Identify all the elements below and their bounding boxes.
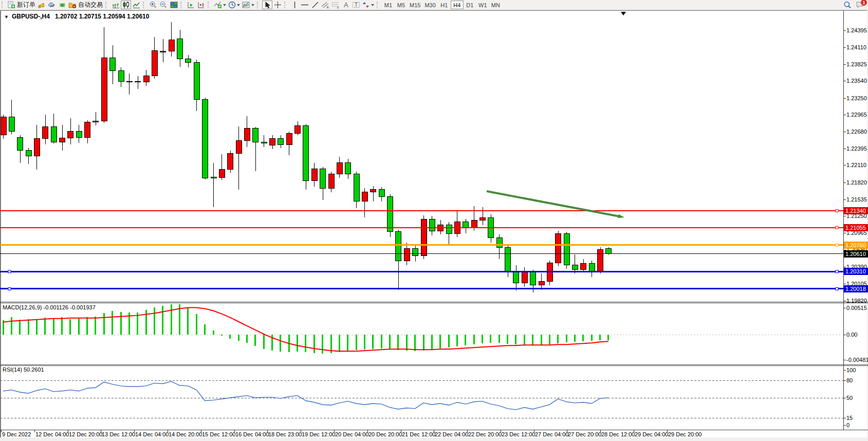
bear-candle: [606, 249, 612, 254]
price-axis-label: 1.24395: [846, 27, 867, 33]
zoom-in-button[interactable]: [148, 1, 158, 9]
indicator-axis-label: 15: [846, 415, 853, 421]
macd-histogram-bar: [490, 335, 491, 343]
chart-title: ▼GBPUSD-,H41.20702 1.20715 1.20594 1.206…: [4, 13, 149, 20]
line-handle[interactable]: [836, 270, 838, 273]
price-axis-label: 1.22110: [846, 162, 866, 168]
bar-chart-button[interactable]: [110, 1, 121, 9]
bull-candle: [126, 81, 132, 82]
time-axis-label: 21 Dec 12:00: [402, 431, 435, 437]
signals-button[interactable]: [57, 1, 67, 9]
new-order-label: 新订单: [17, 1, 35, 9]
macd-histogram-bar: [19, 320, 21, 335]
bear-candle: [51, 127, 57, 142]
indicator-axis-label: 0.00: [846, 332, 857, 338]
equidistant-channel-button[interactable]: E: [320, 1, 330, 9]
line-chart-icon: [133, 1, 140, 9]
time-axis-label: 15 Dec 12:00: [202, 431, 235, 437]
macd-histogram-bar: [599, 335, 601, 340]
add-indicator-button[interactable]: [213, 1, 227, 9]
toolbar-grip: [284, 2, 287, 8]
trendline-button[interactable]: [310, 1, 320, 9]
macd-histogram-bar: [549, 335, 550, 344]
bear-candle: [26, 151, 31, 156]
chart-shift-marker[interactable]: [621, 12, 626, 15]
line-handle[interactable]: [836, 210, 838, 212]
notifications-button[interactable]: 1: [855, 1, 865, 9]
text-button[interactable]: A: [341, 1, 351, 9]
time-axis-label: 16 Dec 04:00: [235, 431, 269, 437]
cursor-button[interactable]: [262, 1, 272, 9]
vertical-line-button[interactable]: [289, 1, 300, 9]
candlestick-chart-button[interactable]: [121, 1, 131, 9]
macd-histogram-bar: [254, 335, 256, 346]
crosshair-button[interactable]: [272, 1, 283, 9]
timeframe-m1-button[interactable]: M1: [382, 1, 395, 9]
channel-icon: E: [321, 1, 329, 9]
megaphone-button[interactable]: [36, 1, 47, 9]
templates-button[interactable]: [241, 1, 255, 9]
timeframe-h4-button[interactable]: H4: [451, 1, 464, 9]
timeframe-m30-button[interactable]: M30: [422, 1, 437, 9]
line-handle[interactable]: [836, 287, 838, 290]
line-handle[interactable]: [8, 287, 11, 290]
time-axis-label: 28 Dec 12:00: [601, 431, 635, 437]
timeframe-w1-button[interactable]: W1: [476, 1, 489, 9]
trend-arrow[interactable]: [487, 191, 619, 216]
time-axis-label: 18 Dec 23:00: [268, 431, 302, 437]
macd-histogram-bar: [356, 335, 357, 350]
indicator-axis-label: 50: [846, 395, 853, 401]
bear-candle: [379, 190, 384, 197]
line-handle[interactable]: [836, 226, 838, 229]
auto-scroll-button[interactable]: [186, 1, 196, 9]
line-chart-button[interactable]: [131, 1, 141, 9]
macd-histogram-bar: [145, 310, 147, 335]
collapse-panel-icon[interactable]: ▼: [4, 14, 9, 20]
bear-candle: [17, 137, 23, 150]
bull-candle: [160, 51, 166, 52]
periods-button[interactable]: [227, 1, 241, 9]
macd-histogram-bar: [431, 335, 433, 350]
autotrading-button[interactable]: 自动交易: [67, 1, 104, 9]
timeframe-d1-button[interactable]: D1: [464, 1, 476, 9]
bull-candle: [34, 139, 40, 156]
time-axis-label: 14 Dec 04:00: [135, 431, 169, 437]
horizontal-line-button[interactable]: [300, 1, 310, 9]
line-handle[interactable]: [8, 270, 11, 273]
chart-shift-button[interactable]: [196, 1, 206, 9]
indicator-axis-label: 80: [846, 377, 853, 383]
macd-histogram-bar: [11, 317, 12, 335]
toolbar-grip: [2, 2, 5, 8]
bull-candle: [60, 138, 65, 142]
bear-candle: [177, 39, 183, 59]
fibonacci-button[interactable]: F: [330, 1, 341, 9]
macd-histogram-bar: [204, 324, 206, 335]
timeframe-mn-button[interactable]: MN: [489, 1, 502, 9]
macd-histogram-bar: [162, 306, 163, 335]
crosshair-icon: [274, 1, 282, 9]
timeframe-h1-button[interactable]: H1: [438, 1, 451, 9]
zoom-out-button[interactable]: [158, 1, 169, 9]
timeframe-m15-button[interactable]: M15: [408, 1, 422, 9]
megaphone-icon: [38, 1, 46, 9]
timeframe-m5-button[interactable]: M5: [395, 1, 408, 9]
arrows-button[interactable]: [361, 1, 375, 9]
price-label-1.20610: 1.20610: [844, 250, 868, 258]
time-axis-label: 29 Dec 04:00: [635, 431, 668, 437]
mt4-application: { "toolbar": { "new_order_label": "新订单",…: [0, 0, 868, 441]
bull-candle: [522, 272, 527, 283]
bear-candle: [572, 265, 578, 270]
bull-candle: [311, 169, 317, 180]
macd-histogram-bar: [607, 335, 609, 340]
new-order-button[interactable]: 新订单: [7, 1, 36, 9]
price-chart-canvas[interactable]: [0, 10, 868, 441]
search-button[interactable]: [842, 1, 853, 9]
bull-candle: [421, 219, 427, 255]
bull-candle: [228, 154, 233, 170]
chart-symbol-period: GBPUSD-,H4: [12, 13, 50, 20]
text-label-button[interactable]: T: [351, 1, 361, 9]
bull-candle: [236, 140, 242, 153]
mql-cloud-button[interactable]: [47, 1, 57, 9]
tile-windows-button[interactable]: [169, 1, 179, 9]
line-handle[interactable]: [836, 244, 838, 246]
